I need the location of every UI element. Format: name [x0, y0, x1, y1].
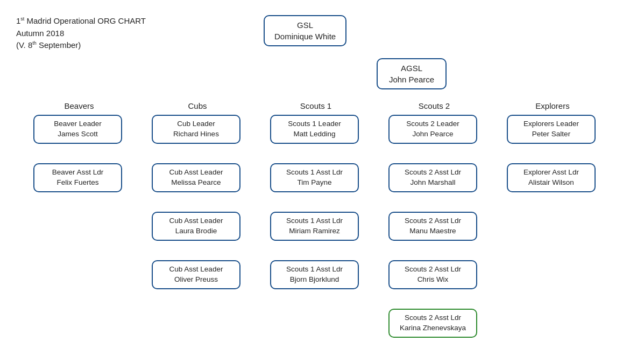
- person-role: Cub Asst Leader: [158, 216, 234, 226]
- person-role: Scouts 1 Leader: [277, 119, 352, 129]
- page: 1st Madrid Operational ORG CHART Autumn …: [0, 0, 644, 362]
- person-role: Scouts 1 Asst Ldr: [277, 168, 352, 178]
- person-role: Scouts 2 Asst Ldr: [395, 168, 471, 178]
- person-box-10: Scouts 2 LeaderJohn Pearce: [388, 115, 477, 144]
- person-box-6: Scouts 1 LeaderMatt Ledding: [270, 115, 359, 144]
- person-box-16: Explorer Asst LdrAlistair Wilson: [507, 163, 596, 192]
- person-name: Laura Brodie: [158, 226, 234, 236]
- person-role: Beaver Asst Ldr: [40, 168, 116, 178]
- title-line2: Autumn 2018: [16, 27, 146, 40]
- col-header-beavers: Beavers: [33, 101, 125, 110]
- person-role: Cub Asst Leader: [158, 168, 234, 178]
- person-name: Karina Zhenevskaya: [395, 323, 471, 333]
- person-name: John Marshall: [395, 178, 471, 188]
- person-role: Scouts 2 Asst Ldr: [395, 216, 471, 226]
- person-role: Explorers Leader: [513, 119, 589, 129]
- agsl-name: John Pearce: [387, 74, 436, 85]
- person-box-9: Scouts 1 Asst LdrBjorn Bjorklund: [270, 260, 359, 289]
- title-line3: (V. 8th September): [16, 39, 146, 52]
- person-role: Beaver Leader: [40, 119, 116, 129]
- person-box-4: Cub Asst LeaderLaura Brodie: [152, 212, 240, 241]
- person-box-2: Cub LeaderRichard Hines: [152, 115, 240, 144]
- person-name: Melissa Pearce: [158, 178, 234, 188]
- gsl-name: Dominique White: [274, 31, 336, 42]
- person-name: Alistair Wilson: [513, 178, 589, 188]
- person-box-0: Beaver LeaderJames Scott: [33, 115, 122, 144]
- person-box-5: Cub Asst LeaderOliver Preuss: [152, 260, 240, 289]
- person-box-11: Scouts 2 Asst LdrJohn Marshall: [388, 163, 477, 192]
- person-role: Cub Asst Leader: [158, 264, 234, 275]
- gsl-title: GSL: [274, 19, 336, 31]
- col-header-explorers: Explorers: [507, 101, 598, 110]
- person-box-13: Scouts 2 Asst LdrChris Wix: [388, 260, 477, 289]
- person-box-15: Explorers LeaderPeter Salter: [507, 115, 596, 144]
- person-box-12: Scouts 2 Asst LdrManu Maestre: [388, 212, 477, 241]
- person-name: Miriam Ramirez: [277, 226, 352, 236]
- col-header-cubs: Cubs: [152, 101, 243, 110]
- person-box-3: Cub Asst LeaderMelissa Pearce: [152, 163, 240, 192]
- person-role: Cub Leader: [158, 119, 234, 129]
- person-name: Bjorn Bjorklund: [277, 275, 352, 285]
- agsl-title: AGSL: [387, 62, 436, 74]
- person-role: Explorer Asst Ldr: [513, 168, 589, 178]
- person-name: Felix Fuertes: [40, 178, 116, 188]
- person-role: Scouts 2 Asst Ldr: [395, 313, 471, 323]
- person-role: Scouts 2 Leader: [395, 119, 471, 129]
- person-role: Scouts 2 Asst Ldr: [395, 264, 471, 275]
- title-line1: 1st Madrid Operational ORG CHART: [16, 15, 146, 27]
- person-name: Matt Ledding: [277, 129, 352, 140]
- person-name: Oliver Preuss: [158, 275, 234, 285]
- person-name: Peter Salter: [513, 129, 589, 140]
- person-name: Tim Payne: [277, 178, 352, 188]
- person-box-1: Beaver Asst LdrFelix Fuertes: [33, 163, 122, 192]
- person-name: Chris Wix: [395, 275, 471, 285]
- title-block: 1st Madrid Operational ORG CHART Autumn …: [16, 15, 146, 52]
- person-box-8: Scouts 1 Asst LdrMiriam Ramirez: [270, 212, 359, 241]
- agsl-box: AGSL John Pearce: [377, 58, 447, 89]
- person-name: John Pearce: [395, 129, 471, 140]
- col-header-scouts-1: Scouts 1: [270, 101, 362, 110]
- person-role: Scouts 1 Asst Ldr: [277, 216, 352, 226]
- person-box-7: Scouts 1 Asst LdrTim Payne: [270, 163, 359, 192]
- person-role: Scouts 1 Asst Ldr: [277, 264, 352, 275]
- gsl-box: GSL Dominique White: [264, 15, 346, 46]
- person-name: James Scott: [40, 129, 116, 140]
- person-name: Manu Maestre: [395, 226, 471, 236]
- person-name: Richard Hines: [158, 129, 234, 140]
- person-box-14: Scouts 2 Asst LdrKarina Zhenevskaya: [388, 309, 477, 338]
- col-header-scouts-2: Scouts 2: [388, 101, 480, 110]
